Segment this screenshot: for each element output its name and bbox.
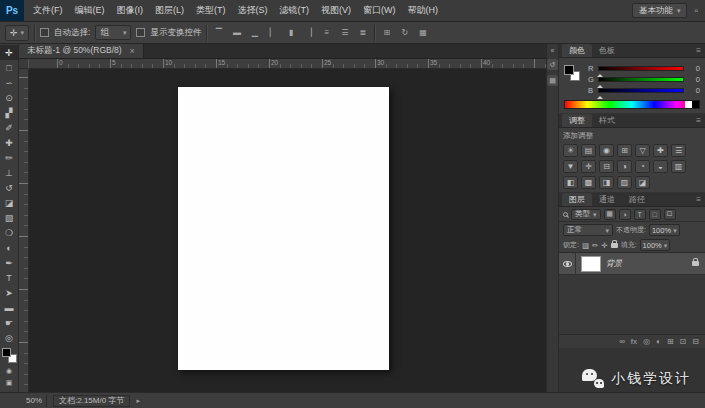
black-white-icon[interactable]: ▼	[563, 160, 578, 173]
tool-rectangular-marquee[interactable]: □	[0, 60, 18, 75]
tool-shape[interactable]: ▬	[0, 300, 18, 315]
exposure-icon[interactable]: ⊞	[617, 144, 632, 157]
distribute-vertical-icon[interactable]: ≡	[320, 28, 333, 37]
adjustment-layer-icon[interactable]: ◐	[656, 338, 661, 346]
red-slider[interactable]	[598, 66, 684, 71]
opacity-field[interactable]: 100% ▾	[649, 224, 680, 236]
document-page[interactable]	[178, 87, 389, 370]
layer-name[interactable]: 背景	[606, 258, 622, 269]
fill-field[interactable]: 100% ▾	[640, 239, 671, 251]
threshold-icon[interactable]: ▥	[671, 160, 686, 173]
tab-swatches[interactable]: 色板	[592, 44, 622, 57]
lock-transparency-icon[interactable]: ▨	[582, 241, 589, 250]
tool-gradient[interactable]: ▧	[0, 210, 18, 225]
document-info[interactable]: 文档:2.15M/0 字节	[53, 395, 130, 407]
vertical-ruler[interactable]	[19, 69, 29, 392]
panel-menu-icon[interactable]: ≡	[692, 44, 705, 57]
threed-drag-icon[interactable]: ▦	[416, 28, 429, 37]
new-layer-icon[interactable]: ⊡	[680, 338, 687, 346]
delete-layer-icon[interactable]: ⊟	[692, 338, 699, 346]
menu-item-view[interactable]: 视图(V)	[315, 0, 357, 21]
quick-mask-button[interactable]: ◉	[0, 365, 18, 377]
tool-eraser[interactable]: ◪	[0, 195, 18, 210]
align-hcenter-icon[interactable]: ▮	[284, 28, 297, 37]
lock-pixels-icon[interactable]: ✏	[592, 241, 598, 250]
foreground-color-swatch[interactable]	[2, 348, 11, 357]
layer-thumbnail[interactable]	[581, 256, 601, 272]
document-tab[interactable]: 未标题-1 @ 50%(RGB/8) ×	[19, 44, 144, 58]
channel-mixer-icon[interactable]: ⊟	[599, 160, 614, 173]
adjustment-icon[interactable]: ◪	[635, 176, 650, 189]
tool-hand[interactable]: ☛	[0, 315, 18, 330]
distribute-icon[interactable]: ≣	[356, 28, 369, 37]
tool-blur[interactable]: ❍	[0, 225, 18, 240]
filter-adjustment-icon[interactable]: ◑	[619, 209, 631, 220]
tool-quick-selection[interactable]: ⊙	[0, 90, 18, 105]
visibility-toggle[interactable]	[559, 253, 576, 275]
threed-rotate-icon[interactable]: ⊞	[380, 28, 393, 37]
layer-style-icon[interactable]: fx	[631, 338, 637, 346]
tool-lasso[interactable]: ∽	[0, 75, 18, 90]
menu-item-file[interactable]: 文件(F)	[27, 0, 69, 21]
slider-thumb[interactable]	[597, 93, 603, 99]
layer-mask-icon[interactable]: ◎	[643, 338, 650, 346]
tab-channels[interactable]: 通道	[592, 193, 622, 206]
lock-all-icon[interactable]	[611, 243, 618, 248]
tab-styles[interactable]: 样式	[592, 114, 622, 127]
auto-select-dropdown[interactable]: 组 ▾	[95, 25, 131, 40]
tool-dodge[interactable]: ◐	[0, 240, 18, 255]
tab-adjustments[interactable]: 调整	[562, 114, 592, 127]
menu-item-layer[interactable]: 图层(L)	[149, 0, 190, 21]
filter-smartobject-icon[interactable]: ⊡	[664, 209, 676, 220]
window-control-icon[interactable]: ▫	[694, 5, 698, 16]
tool-type[interactable]: T	[0, 270, 18, 285]
canvas-area[interactable]	[29, 69, 546, 392]
red-channel-value[interactable]: 0	[688, 64, 700, 73]
color-spectrum-ramp[interactable]	[564, 100, 700, 109]
zoom-level-field[interactable]: 50%	[22, 395, 47, 407]
levels-icon[interactable]: ▤	[581, 144, 596, 157]
history-panel-icon[interactable]: ↺	[547, 59, 558, 70]
tool-zoom[interactable]: ◎	[0, 330, 18, 345]
menu-item-type[interactable]: 类型(T)	[190, 0, 232, 21]
tool-brush[interactable]: ✏	[0, 150, 18, 165]
align-right-icon[interactable]: ▕	[302, 28, 315, 37]
filter-type-dropdown[interactable]: 类型 ▾	[571, 209, 601, 220]
align-bottom-icon[interactable]: ▁	[248, 28, 261, 37]
show-transform-checkbox[interactable]	[136, 28, 145, 37]
color-swatches[interactable]	[2, 348, 17, 363]
properties-panel-icon[interactable]: ▤	[547, 75, 558, 86]
adjustment-icon[interactable]: ◨	[599, 176, 614, 189]
auto-select-checkbox[interactable]	[40, 28, 49, 37]
tool-crop[interactable]: ▞	[0, 105, 18, 120]
foreground-color-swatch[interactable]	[564, 65, 574, 75]
curves-icon[interactable]: ◉	[599, 144, 614, 157]
ruler-corner[interactable]	[19, 59, 29, 69]
link-layers-icon[interactable]: ∞	[619, 338, 625, 346]
color-lookup-icon[interactable]: ◑	[617, 160, 632, 173]
blend-mode-dropdown[interactable]: 正常 ▾	[563, 224, 613, 236]
distribute-horizontal-icon[interactable]: ☰	[338, 28, 351, 37]
tool-clone-stamp[interactable]: ⊥	[0, 165, 18, 180]
tool-pen[interactable]: ✒	[0, 255, 18, 270]
panel-menu-icon[interactable]: ≡	[692, 114, 705, 127]
lock-position-icon[interactable]: ✛	[601, 241, 607, 250]
filter-pixel-icon[interactable]: ▦	[604, 209, 616, 220]
photoshop-logo[interactable]: Ps	[0, 0, 24, 21]
color-balance-icon[interactable]: ☰	[671, 144, 686, 157]
layer-row-background[interactable]: 背景	[559, 253, 705, 275]
hue-saturation-icon[interactable]: ✚	[653, 144, 668, 157]
menu-item-window[interactable]: 窗口(W)	[357, 0, 402, 21]
photo-filter-icon[interactable]: ✛	[581, 160, 596, 173]
horizontal-ruler[interactable]: 0 5 10 15 20 25 30 35 40	[29, 59, 546, 69]
blue-slider[interactable]	[598, 88, 684, 93]
filter-shape-icon[interactable]: □	[649, 209, 661, 220]
green-channel-value[interactable]: 0	[688, 75, 700, 84]
invert-icon[interactable]: ◔	[635, 160, 650, 173]
color-panel-swatches[interactable]	[564, 65, 580, 81]
panel-menu-icon[interactable]: ≡	[692, 193, 705, 206]
threed-roll-icon[interactable]: ↻	[398, 28, 411, 37]
filter-type-icon[interactable]: T	[634, 209, 646, 220]
tool-spot-healing-brush[interactable]: ✚	[0, 135, 18, 150]
align-left-icon[interactable]: ▏	[266, 28, 279, 37]
